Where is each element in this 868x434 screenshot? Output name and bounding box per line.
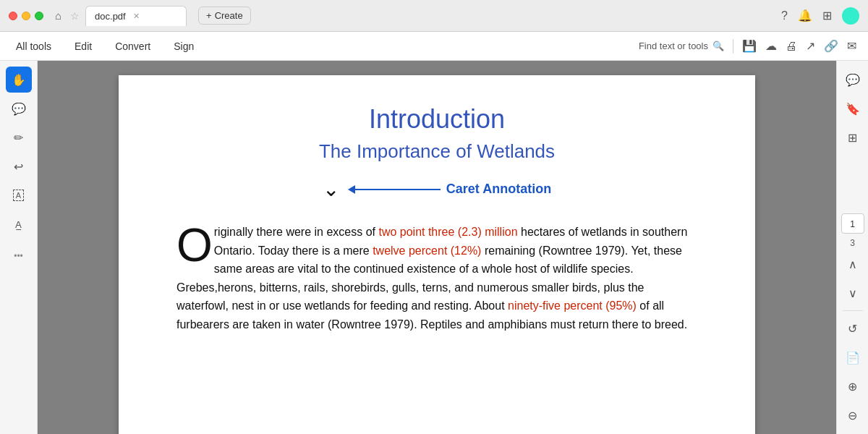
stamp-tool-button[interactable]: ↩ — [6, 153, 32, 179]
pdf-subtitle: The Importance of Wetlands — [176, 140, 697, 163]
text-select-icon: A — [13, 190, 24, 201]
bookmarks-panel-button[interactable]: 🔖 — [840, 95, 866, 122]
zoom-out-button[interactable]: ⊖ — [840, 402, 866, 428]
pencil-tool-button[interactable]: ✏ — [6, 124, 32, 150]
right-toolbar: 💬 🔖 ⊞ 1 3 ∧ ∨ ↺ 📄 ⊕ ⊖ — [836, 61, 868, 434]
scroll-down-button[interactable]: ∨ — [840, 280, 866, 306]
print-icon[interactable]: 🖨 — [786, 40, 797, 53]
highlight-icon: A̲ — [15, 219, 22, 230]
email-icon[interactable]: ✉ — [847, 39, 856, 53]
bookmark-icon[interactable]: ☆ — [70, 10, 80, 22]
menu-all-tools[interactable]: All tools — [12, 38, 56, 55]
link-icon[interactable]: 🔗 — [824, 39, 838, 53]
drop-cap: O — [176, 227, 213, 264]
red-text-2: twelve percent (12%) — [373, 244, 481, 257]
pdf-body: Originally there were in excess of two p… — [176, 223, 697, 334]
window-controls — [9, 12, 43, 20]
tab-doc-pdf[interactable]: doc.pdf ✕ — [85, 6, 187, 26]
plus-icon: + — [206, 10, 212, 21]
comments-panel-button[interactable]: 💬 — [840, 67, 866, 93]
pdf-area: Introduction The Importance of Wetlands … — [38, 61, 836, 434]
save-icon[interactable]: 💾 — [742, 39, 757, 53]
more-tools-button[interactable]: ••• — [6, 243, 32, 269]
find-text-label: Find text or tools — [639, 41, 708, 51]
caret-arrow-row: Caret Annotation — [354, 182, 551, 197]
pdf-page: Introduction The Importance of Wetlands … — [119, 75, 755, 434]
main-layout: ✋ 💬 ✏ ↩ A A̲ ••• Introduction The Import… — [0, 61, 868, 434]
caret-annotation-label: Caret Annotation — [446, 182, 551, 197]
close-button[interactable] — [9, 12, 17, 20]
new-tab-button[interactable]: + Create — [198, 7, 251, 25]
title-bar: ⌂ ☆ doc.pdf ✕ + Create ? 🔔 ⊞ — [0, 0, 868, 32]
page-count-display: 3 — [850, 238, 855, 248]
menu-convert[interactable]: Convert — [111, 38, 155, 55]
menu-edit[interactable]: Edit — [70, 38, 96, 55]
find-bar[interactable]: Find text or tools 🔍 — [639, 41, 724, 51]
hand-tool-button[interactable]: ✋ — [6, 67, 32, 93]
left-toolbar: ✋ 💬 ✏ ↩ A A̲ ••• — [0, 61, 38, 434]
maximize-button[interactable] — [35, 12, 43, 20]
red-text-1: two point three (2.3) million — [378, 226, 517, 238]
help-icon[interactable]: ? — [781, 9, 788, 22]
document-info-button[interactable]: 📄 — [840, 344, 866, 370]
home-icon[interactable]: ⌂ — [55, 9, 61, 22]
apps-icon[interactable]: ⊞ — [822, 9, 832, 22]
pages-panel-button[interactable]: ⊞ — [840, 124, 866, 150]
rotate-button[interactable]: ↺ — [840, 315, 866, 341]
bell-icon[interactable]: 🔔 — [798, 9, 812, 22]
page-number-display: 1 — [841, 213, 864, 234]
caret-arrow-line — [354, 189, 441, 190]
cloud-upload-icon[interactable]: ☁ — [765, 39, 777, 53]
caret-symbol: ⌄ — [323, 177, 339, 201]
scroll-up-button[interactable]: ∧ — [840, 251, 866, 277]
red-text-3: ninety-five percent (95%) — [508, 299, 637, 312]
zoom-in-button[interactable]: ⊕ — [840, 373, 866, 399]
share-icon[interactable]: ↗ — [806, 39, 815, 53]
tab-close-icon[interactable]: ✕ — [133, 12, 140, 21]
menu-sign[interactable]: Sign — [169, 38, 198, 55]
body-text-part1: riginally there were in excess of — [214, 226, 379, 238]
tab-filename: doc.pdf — [95, 11, 126, 22]
menu-bar: All tools Edit Convert Sign Find text or… — [0, 32, 868, 61]
toolbar-divider — [843, 310, 863, 311]
avatar[interactable] — [842, 7, 859, 25]
text-select-tool-button[interactable]: A — [6, 182, 32, 208]
divider — [733, 39, 733, 54]
comment-tool-button[interactable]: 💬 — [6, 95, 32, 122]
title-bar-right: ? 🔔 ⊞ — [781, 7, 859, 25]
search-icon: 🔍 — [712, 41, 724, 51]
pdf-title: Introduction — [176, 104, 697, 135]
highlight-tool-button[interactable]: A̲ — [6, 211, 32, 237]
caret-annotation-row: ⌄ Caret Annotation — [176, 177, 697, 201]
minimize-button[interactable] — [22, 12, 30, 20]
menu-bar-right: Find text or tools 🔍 💾 ☁ 🖨 ↗ 🔗 ✉ — [639, 39, 856, 54]
